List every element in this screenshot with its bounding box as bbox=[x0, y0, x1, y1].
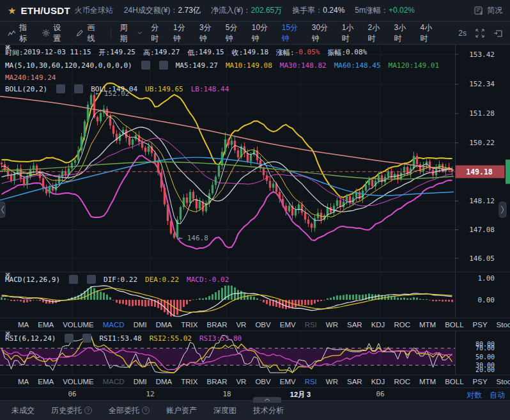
indicator-value-number: 0.08% bbox=[346, 48, 367, 58]
help-icon[interactable]: ? bbox=[84, 407, 92, 414]
indicator-tab-kdj[interactable]: KDJ bbox=[371, 378, 385, 385]
macd-axis-label: 1.00 bbox=[478, 274, 495, 283]
indicator-tab-boll[interactable]: BOLL bbox=[445, 378, 463, 385]
indicator-tab-brar[interactable]: BRAR bbox=[206, 378, 227, 385]
indicator-tab-boll[interactable]: BOLL bbox=[445, 321, 463, 329]
indicator-tab-kdj[interactable]: KDJ bbox=[371, 321, 385, 329]
ma-settings-button[interactable] bbox=[141, 61, 150, 70]
boll-settings-button[interactable] bbox=[56, 84, 65, 93]
indicator-tab-obv[interactable]: OBV bbox=[255, 378, 270, 385]
indicator-value-label: DEA: bbox=[145, 276, 162, 284]
indicator-tab-stochrsi[interactable]: StochRSI bbox=[497, 321, 510, 329]
indicator-tab-ma[interactable]: MA bbox=[18, 321, 29, 329]
pan-left-handle[interactable] bbox=[0, 202, 5, 217]
rsi-pane: 80.0070.0050.0030.0020.00 RSI(6,12,24) R… bbox=[0, 331, 510, 375]
bottom-tab-3[interactable]: 账户资产 bbox=[166, 405, 197, 416]
macd-close-button[interactable] bbox=[87, 275, 96, 284]
indicator-tab-roc[interactable]: ROC bbox=[394, 378, 410, 385]
indicator-tab-brar[interactable]: BRAR bbox=[206, 321, 227, 329]
timeframe-option-10[interactable]: 4小时 bbox=[420, 22, 438, 44]
indicator-value: MA5:149.27 bbox=[176, 61, 218, 70]
indicator-tab-vr[interactable]: VR bbox=[236, 378, 246, 385]
indicator-tab-rsi[interactable]: RSI bbox=[305, 321, 317, 329]
bottom-tab-4[interactable]: 深度图 bbox=[213, 405, 236, 416]
bottom-tab-5[interactable]: 技术分析 bbox=[253, 405, 284, 416]
indicator-tab-volume[interactable]: VOLUME bbox=[63, 321, 94, 329]
fullscreen-button[interactable] bbox=[475, 29, 484, 38]
indicator-tab-macd[interactable]: MACD bbox=[103, 378, 125, 385]
timeframe-option-0[interactable]: 分时 bbox=[151, 22, 165, 44]
indicator-tab-roc[interactable]: ROC bbox=[394, 321, 410, 329]
indicator-tab-psy[interactable]: PSY bbox=[473, 321, 488, 329]
timeframe-option-5[interactable]: 15分钟 bbox=[282, 22, 304, 44]
indicator-value-label: MA10: bbox=[226, 61, 247, 70]
price-chart-pane: ← 152.02← 146.8153.42152.34151.28150.221… bbox=[0, 45, 510, 272]
timeframe-option-7[interactable]: 1小时 bbox=[342, 22, 360, 44]
timeframe-option-9[interactable]: 3小时 bbox=[394, 22, 412, 44]
rsi-close-button[interactable] bbox=[82, 334, 91, 343]
indicator-tab-trix[interactable]: TRIX bbox=[181, 321, 197, 329]
indicator-tab-emv[interactable]: EMV bbox=[280, 321, 296, 329]
popout-button[interactable] bbox=[493, 29, 502, 38]
macd-settings-button[interactable] bbox=[69, 275, 78, 284]
period-dropdown[interactable]: 周期 bbox=[120, 22, 143, 44]
log-scale-toggle[interactable]: 对数 bbox=[467, 390, 482, 401]
indicator-tab-wr[interactable]: WR bbox=[326, 378, 338, 385]
timeframe-option-2[interactable]: 3分钟 bbox=[199, 22, 217, 44]
indicator-tab-dma[interactable]: DMA bbox=[156, 378, 173, 385]
bottom-tab-0[interactable]: 未成交 bbox=[12, 405, 35, 416]
time-axis-label: 06 bbox=[376, 390, 384, 398]
boll-close-button[interactable] bbox=[74, 84, 83, 93]
indicator-tab-trix[interactable]: TRIX bbox=[181, 378, 197, 385]
indicator-tab-obv[interactable]: OBV bbox=[255, 321, 270, 329]
stat-value: 202.65万 bbox=[251, 6, 282, 15]
indicator-value-label: RSI1: bbox=[99, 334, 120, 343]
indicator-tab-emv[interactable]: EMV bbox=[280, 378, 296, 385]
indicator-value-label: 开: bbox=[99, 48, 111, 58]
timeframe-option-4[interactable]: 10分钟 bbox=[252, 22, 274, 44]
indicator-tab-mtm[interactable]: MTM bbox=[419, 378, 436, 385]
ma-close-button[interactable] bbox=[159, 61, 168, 70]
indicator-tab-ema[interactable]: EMA bbox=[38, 378, 54, 385]
timeframe-option-6[interactable]: 30分钟 bbox=[312, 22, 334, 44]
help-icon[interactable]: ? bbox=[142, 407, 150, 414]
timeframe-option-1[interactable]: 1分钟 bbox=[173, 22, 191, 44]
indicator-value: BOLL:149.04 bbox=[91, 85, 137, 93]
pan-right-handle[interactable] bbox=[499, 202, 506, 217]
rsi-settings-button[interactable] bbox=[65, 334, 73, 343]
indicator-tab-sar[interactable]: SAR bbox=[347, 321, 362, 329]
indicator-value-number: 55.02 bbox=[171, 334, 192, 343]
indicator-tab-vr[interactable]: VR bbox=[236, 321, 246, 329]
indicator-value: 低:149.15 bbox=[187, 48, 224, 58]
bottom-tab-label: 账户资产 bbox=[166, 405, 197, 416]
indicator-tab-dmi[interactable]: DMI bbox=[134, 378, 147, 385]
indicator-tab-ma[interactable]: MA bbox=[18, 378, 29, 385]
indicator-value-label: 涨幅: bbox=[276, 48, 295, 58]
indicator-value-number: 149.01 bbox=[413, 61, 439, 70]
indicator-value-number: 149.24 bbox=[31, 74, 56, 82]
indicator-tab-volume[interactable]: VOLUME bbox=[63, 378, 94, 385]
indicator-tab-sar[interactable]: SAR bbox=[347, 378, 362, 385]
bottom-tab-1[interactable]: 历史委托? bbox=[51, 405, 92, 416]
indicator-tab-ema[interactable]: EMA bbox=[38, 321, 54, 329]
indicator-tab-dmi[interactable]: DMI bbox=[134, 321, 147, 329]
panel-collapse-handle[interactable] bbox=[253, 397, 281, 403]
draw-line-button[interactable]: 画线 bbox=[76, 22, 101, 44]
indicator-button[interactable]: 指标 bbox=[8, 22, 33, 44]
settings-button[interactable]: 设置 bbox=[42, 22, 67, 44]
indicator-tab-dma[interactable]: DMA bbox=[156, 321, 173, 329]
indicator-tab-wr[interactable]: WR bbox=[326, 321, 338, 329]
indicator-tab-stochrsi[interactable]: StochRSI bbox=[497, 378, 510, 385]
indicator-value-label: 振幅: bbox=[327, 48, 346, 58]
overview-button[interactable]: B 简况 bbox=[474, 5, 502, 16]
indicator-value: 高:149.27 bbox=[143, 48, 180, 58]
auto-scale-toggle[interactable]: 自动 bbox=[490, 390, 505, 401]
timeframe-option-3[interactable]: 5分钟 bbox=[226, 22, 243, 44]
indicator-tab-macd[interactable]: MACD bbox=[103, 321, 125, 329]
indicator-tab-mtm[interactable]: MTM bbox=[419, 321, 436, 329]
indicator-tab-psy[interactable]: PSY bbox=[473, 378, 488, 385]
indicator-tab-rsi[interactable]: RSI bbox=[305, 378, 317, 385]
bottom-tab-2[interactable]: 全部委托? bbox=[109, 405, 150, 416]
timeframe-option-8[interactable]: 2小时 bbox=[368, 22, 386, 44]
favorite-star-icon[interactable]: ★ bbox=[8, 5, 16, 17]
